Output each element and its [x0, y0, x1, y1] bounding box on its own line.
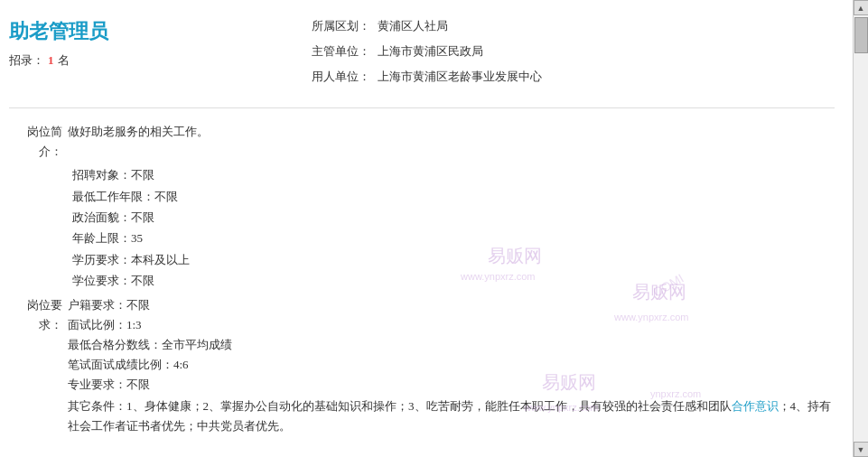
left-title: 助老管理员 招录： 1 名	[9, 18, 280, 69]
require-item-3: 笔试面试成绩比例：4:6	[68, 355, 835, 375]
detail-item-3: 年龄上限：35	[72, 228, 835, 248]
detail-intro-content: 做好助老服务的相关工作。	[68, 122, 835, 142]
detail-items-group: 招聘对象：不限 最低工作年限：不限 政治面貌：不限 年龄上限：35 学历要求：本…	[9, 164, 835, 291]
require-item-4: 专业要求：不限	[68, 375, 835, 395]
scrollbar-up-button[interactable]: ▲	[854, 0, 869, 15]
require-items: 户籍要求：不限 面试比例：1:3 最低合格分数线：全市平均成绩 笔试面试成绩比例…	[68, 295, 835, 437]
other-conditions: 其它条件：1、身体健康；2、掌握办公自动化的基础知识和操作；3、吃苦耐劳，能胜任…	[68, 396, 835, 436]
detail-intro-label: 岗位简介：	[9, 122, 68, 162]
info-label-0: 所属区划：	[298, 18, 370, 34]
recruit-line: 招录： 1 名	[9, 52, 280, 69]
info-value-2: 上海市黄浦区老龄事业发展中心	[370, 69, 542, 85]
detail-item-2: 政治面貌：不限	[72, 207, 835, 228]
main-content: 助老管理员 招录： 1 名 所属区划： 黄浦区人社局 主管单位： 上海市黄浦区民…	[0, 0, 853, 457]
scrollbar-thumb[interactable]	[854, 17, 868, 53]
info-label-1: 主管单位：	[298, 43, 370, 60]
info-value-1: 上海市黄浦区民政局	[370, 43, 483, 60]
recruit-unit: 名	[58, 52, 70, 69]
require-item-0: 户籍要求：不限	[68, 295, 835, 315]
require-item-1: 面试比例：1:3	[68, 315, 835, 335]
require-item-2: 最低合格分数线：全市平均成绩	[68, 335, 835, 355]
cooperation-link[interactable]: 合作意识	[732, 399, 779, 413]
info-row-2: 用人单位： 上海市黄浦区老龄事业发展中心	[298, 69, 835, 85]
scrollbar[interactable]: ▲ ▼	[853, 0, 868, 457]
detail-section: 岗位简介： 做好助老服务的相关工作。 招聘对象：不限 最低工作年限：不限 政治面…	[9, 117, 835, 443]
right-info: 所属区划： 黄浦区人社局 主管单位： 上海市黄浦区民政局 用人单位： 上海市黄浦…	[280, 18, 835, 94]
info-row-0: 所属区划： 黄浦区人社局	[298, 18, 835, 34]
require-label: 岗位要求：	[9, 295, 68, 335]
detail-intro-row: 岗位简介： 做好助老服务的相关工作。	[9, 122, 835, 162]
scrollbar-down-button[interactable]: ▼	[854, 442, 869, 457]
info-row-1: 主管单位： 上海市黄浦区民政局	[298, 43, 835, 60]
job-title: 助老管理员	[9, 18, 280, 45]
recruit-num: 1	[48, 53, 54, 68]
detail-item-5: 学位要求：不限	[72, 270, 835, 291]
page-wrapper: 助老管理员 招录： 1 名 所属区划： 黄浦区人社局 主管单位： 上海市黄浦区民…	[0, 0, 868, 457]
detail-item-0: 招聘对象：不限	[72, 164, 835, 185]
title-section: 助老管理员 招录： 1 名 所属区划： 黄浦区人社局 主管单位： 上海市黄浦区民…	[9, 9, 835, 98]
detail-item-4: 学历要求：本科及以上	[72, 249, 835, 270]
divider	[9, 107, 835, 108]
detail-item-1: 最低工作年限：不限	[72, 186, 835, 207]
info-label-2: 用人单位：	[298, 69, 370, 85]
recruit-label: 招录：	[9, 52, 44, 69]
info-value-0: 黄浦区人社局	[370, 18, 448, 34]
require-row: 岗位要求： 户籍要求：不限 面试比例：1:3 最低合格分数线：全市平均成绩 笔试…	[9, 295, 835, 437]
